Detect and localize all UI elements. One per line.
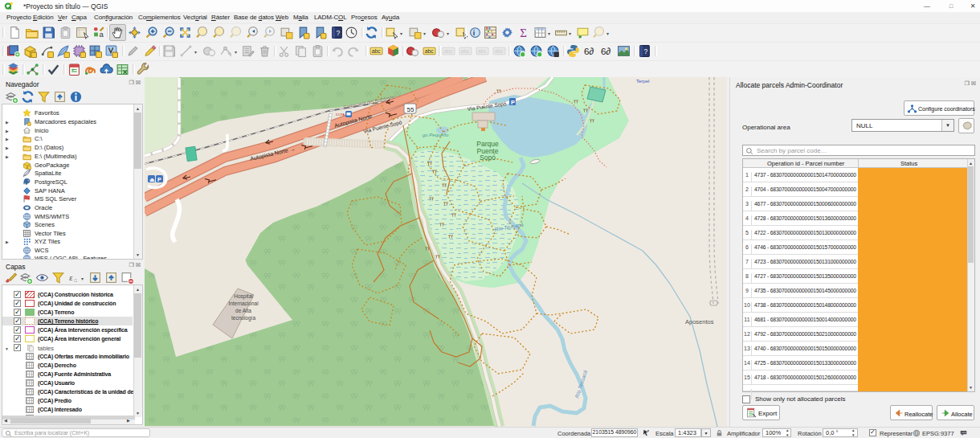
svg-text:P: P	[511, 99, 515, 106]
svg-text:Aposentos: Aposentos	[685, 318, 714, 325]
svg-text:55: 55	[407, 106, 414, 113]
svg-text:Terpel: Terpel	[636, 79, 649, 84]
svg-text:a: a	[100, 30, 104, 39]
svg-text:Internacional: Internacional	[228, 301, 259, 306]
svg-text:Sopó: Sopó	[480, 154, 496, 162]
svg-text:go Pequeño: go Pequeño	[423, 133, 449, 137]
svg-text:tecnología: tecnología	[231, 315, 255, 321]
svg-text:DCPA: DCPA	[336, 113, 345, 117]
svg-text:⏏: ⏏	[149, 177, 155, 182]
svg-text:Hospital: Hospital	[234, 293, 253, 300]
svg-text:de Alta: de Alta	[235, 308, 251, 313]
svg-text:P: P	[157, 177, 161, 182]
